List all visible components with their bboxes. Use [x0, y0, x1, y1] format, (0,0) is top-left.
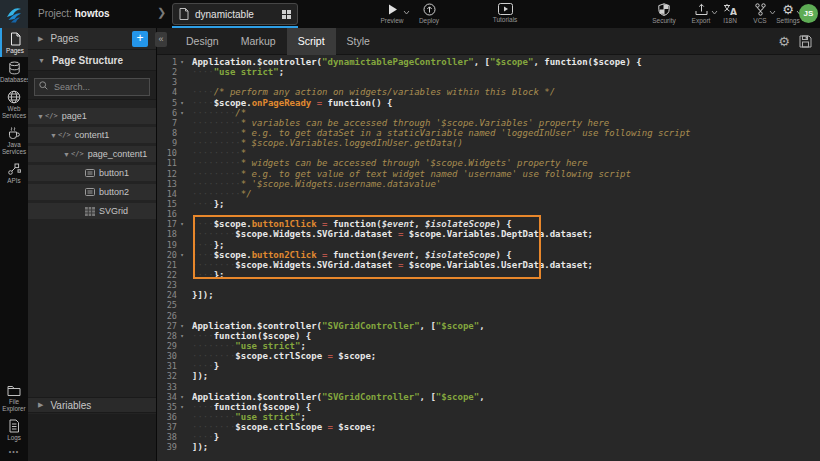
code-text[interactable]	[187, 77, 820, 87]
wavemaker-logo[interactable]	[0, 0, 28, 28]
code-line-26[interactable]: 26	[157, 311, 820, 321]
rail-item-logs[interactable]: Logs	[0, 415, 28, 444]
code-line-36[interactable]: 36········"use strict";	[157, 412, 820, 422]
code-text[interactable]: ····function($scope) {	[187, 331, 820, 341]
code-text[interactable]: ····}	[187, 432, 820, 442]
code-text[interactable]: ····function($scope) {	[187, 402, 820, 412]
code-text[interactable]: ········"use strict";	[187, 412, 820, 422]
code-text[interactable]: ····}	[187, 361, 820, 371]
code-line-28[interactable]: 28▾····function($scope) {	[157, 331, 820, 341]
user-avatar[interactable]: JS	[799, 4, 818, 23]
code-text[interactable]: }]);	[187, 290, 820, 300]
rail-more-button[interactable]: •••	[0, 444, 28, 461]
security-button[interactable]: Security	[644, 3, 684, 24]
code-line-3[interactable]: 3	[157, 77, 820, 87]
fold-marker-icon[interactable]: ▾	[177, 57, 187, 67]
code-text[interactable]: Application.$controller("dynamictablePag…	[187, 57, 820, 67]
code-text[interactable]: ]);	[187, 442, 820, 452]
variables-collapse-arrow-icon[interactable]: ▶	[38, 401, 43, 409]
tree-item-SVGrid[interactable]: SVGrid	[28, 203, 156, 219]
rail-item-databases[interactable]: Databases	[0, 57, 28, 86]
code-line-10[interactable]: 10·········*	[157, 148, 820, 158]
code-text[interactable]: ········"use strict";	[187, 341, 820, 351]
code-line-16[interactable]: 16	[157, 209, 820, 219]
variables-section-header[interactable]: ▶ Variables	[28, 397, 156, 413]
code-line-5[interactable]: 5▾····$scope.onPageReady = function() {	[157, 98, 820, 108]
code-text[interactable]: ····$scope.button1Click = function($even…	[187, 219, 820, 229]
code-text[interactable]: Application.$controller("SVGridControlle…	[187, 321, 820, 331]
code-text[interactable]: ·········* e.g. to get dataSet in a stat…	[187, 128, 820, 138]
code-text[interactable]: ·········* widgets can be accessed throu…	[187, 158, 820, 168]
code-text[interactable]: ········$scope.ctrlScope = $scope;	[187, 422, 820, 432]
tree-expander-icon[interactable]: ▼	[62, 151, 71, 158]
fold-marker-icon[interactable]: ▾	[177, 108, 187, 118]
code-line-33[interactable]: 33	[157, 382, 820, 392]
add-page-button[interactable]: +	[132, 31, 148, 47]
code-text[interactable]	[187, 382, 820, 392]
code-line-34[interactable]: 34▾Application.$controller("SVGridContro…	[157, 392, 820, 402]
code-line-21[interactable]: 21········$scope.Widgets.SVGrid.dataset …	[157, 260, 820, 270]
tab-script[interactable]: Script	[287, 28, 336, 55]
code-text[interactable]: ········$scope.ctrlScope = $scope;	[187, 351, 820, 361]
code-line-6[interactable]: 6▾········/*	[157, 108, 820, 118]
code-text[interactable]: ·········* $scope.Variables.loggedInUser…	[187, 138, 820, 148]
fold-marker-icon[interactable]: ▾	[177, 250, 187, 260]
code-text[interactable]: ·········* variables can be accessed thr…	[187, 118, 820, 128]
code-text[interactable]	[187, 280, 820, 290]
code-line-22[interactable]: 22····};	[157, 270, 820, 280]
code-line-32[interactable]: 32]);	[157, 371, 820, 381]
tree-expander-icon[interactable]: ▼	[36, 113, 45, 120]
rail-item-web-services[interactable]: Web Services	[0, 86, 28, 122]
code-line-12[interactable]: 12·········* e.g. to get value of text w…	[157, 169, 820, 179]
code-line-39[interactable]: 39]);	[157, 442, 820, 452]
code-line-17[interactable]: 17▾····$scope.button1Click = function($e…	[157, 219, 820, 229]
code-text[interactable]	[187, 209, 820, 219]
tab-style[interactable]: Style	[336, 28, 381, 55]
rail-item-pages[interactable]: Pages	[0, 28, 28, 57]
code-line-30[interactable]: 30········$scope.ctrlScope = $scope;	[157, 351, 820, 361]
code-text[interactable]: ·········* e.g. to get value of text wid…	[187, 169, 820, 179]
fold-marker-icon[interactable]: ▾	[177, 402, 187, 412]
code-text[interactable]: ·········*/	[187, 189, 820, 199]
code-editor[interactable]: 1▾Application.$controller("dynamictableP…	[157, 55, 820, 461]
pages-section-header[interactable]: ▶ Pages +	[28, 28, 156, 50]
save-icon[interactable]	[799, 35, 812, 48]
page-layout-grid-icon[interactable]	[282, 10, 291, 19]
rail-item-file-explorer[interactable]: File Explorer	[0, 381, 28, 415]
editor-settings-gear-icon[interactable]: ⚙	[778, 35, 790, 48]
code-line-2[interactable]: 2····"use strict";	[157, 67, 820, 77]
tree-expander-icon[interactable]: ▼	[49, 132, 58, 139]
fold-marker-icon[interactable]: ▾	[177, 219, 187, 229]
code-text[interactable]: ····$scope.onPageReady = function() {	[187, 98, 820, 108]
code-line-20[interactable]: 20▾····$scope.button2Click = function($e…	[157, 250, 820, 260]
code-line-9[interactable]: 9·········* $scope.Variables.loggedInUse…	[157, 138, 820, 148]
code-text[interactable]: ····};	[187, 199, 820, 209]
code-text[interactable]: ····$scope.button2Click = function($even…	[187, 250, 820, 260]
code-line-8[interactable]: 8·········* e.g. to get dataSet in a sta…	[157, 128, 820, 138]
structure-search-input[interactable]	[34, 78, 150, 96]
tree-item-button1[interactable]: button1	[28, 165, 156, 181]
tree-item-page_content1[interactable]: ▼</>page_content1	[28, 146, 156, 162]
panel-collapse-button[interactable]: «	[155, 32, 167, 47]
code-text[interactable]	[187, 300, 820, 310]
code-line-24[interactable]: 24}]);	[157, 290, 820, 300]
pages-collapse-arrow-icon[interactable]: ▶	[38, 35, 43, 43]
code-line-7[interactable]: 7·········* variables can be accessed th…	[157, 118, 820, 128]
code-line-19[interactable]: 19····};	[157, 240, 820, 250]
code-line-31[interactable]: 31····}	[157, 361, 820, 371]
code-line-15[interactable]: 15····};	[157, 199, 820, 209]
fold-marker-icon[interactable]: ▾	[177, 392, 187, 402]
tab-design[interactable]: Design	[175, 28, 230, 55]
code-line-4[interactable]: 4····/* perform any action on widgets/va…	[157, 87, 820, 97]
code-line-27[interactable]: 27▾Application.$controller("SVGridContro…	[157, 321, 820, 331]
code-line-14[interactable]: 14·········*/	[157, 189, 820, 199]
code-line-29[interactable]: 29········"use strict";	[157, 341, 820, 351]
code-line-35[interactable]: 35▾····function($scope) {	[157, 402, 820, 412]
code-line-1[interactable]: 1▾Application.$controller("dynamictableP…	[157, 57, 820, 67]
code-line-23[interactable]: 23	[157, 280, 820, 290]
code-line-11[interactable]: 11·········* widgets can be accessed thr…	[157, 158, 820, 168]
code-line-18[interactable]: 18········$scope.Widgets.SVGrid.dataset …	[157, 229, 820, 239]
rail-item-java-services[interactable]: Java Services	[0, 122, 28, 158]
fold-marker-icon[interactable]: ▾	[177, 331, 187, 341]
code-text[interactable]: Application.$controller("SVGridControlle…	[187, 392, 820, 402]
